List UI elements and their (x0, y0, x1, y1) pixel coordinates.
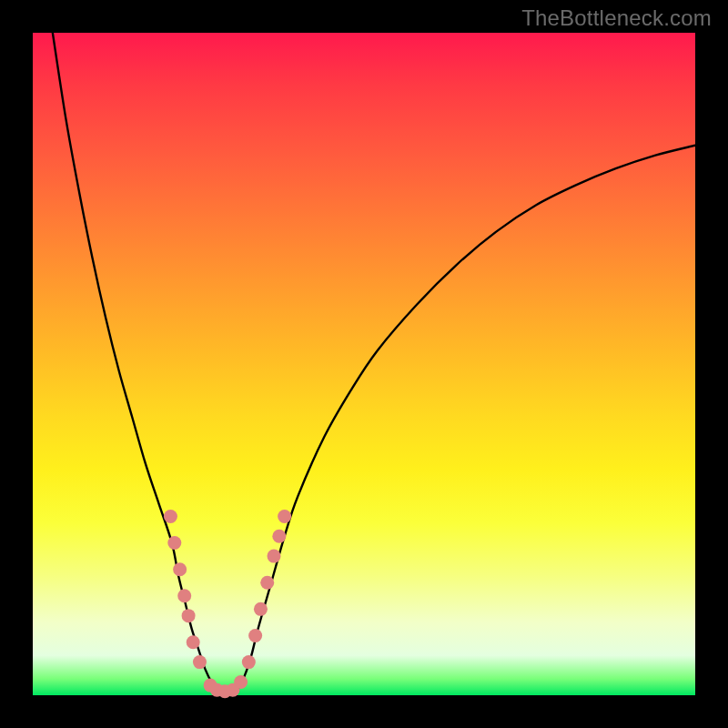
bottleneck-curve (53, 33, 695, 693)
watermark-text: TheBottleneck.com (521, 5, 712, 31)
curve-marker (248, 629, 262, 642)
curve-marker (278, 510, 291, 523)
curve-marker (242, 655, 256, 669)
curve-marker (260, 576, 274, 590)
curve-marker (187, 635, 200, 649)
curve-layer (33, 33, 695, 695)
curve-marker (167, 536, 181, 550)
curve-markers (164, 510, 291, 698)
curve-marker (182, 609, 196, 622)
curve-marker (177, 589, 191, 602)
curve-marker (267, 550, 280, 563)
curve-marker (234, 675, 248, 689)
curve-marker (254, 602, 268, 616)
curve-marker (173, 562, 187, 576)
chart-frame: TheBottleneck.com (0, 0, 728, 728)
curve-marker (164, 510, 177, 523)
curve-marker (193, 655, 207, 669)
curve-marker (272, 530, 286, 543)
